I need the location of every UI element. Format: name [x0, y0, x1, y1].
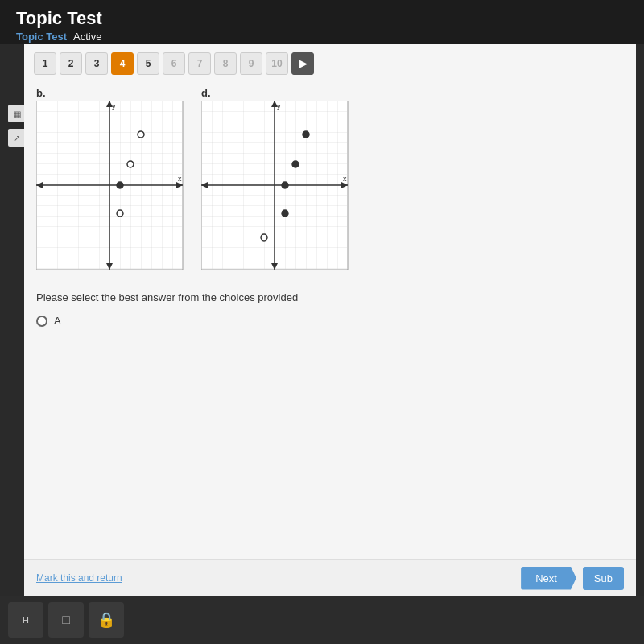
graph-d-wrapper: d. [201, 87, 350, 274]
graphs-container: b. [24, 83, 636, 282]
q-btn-6[interactable]: 6 [163, 52, 185, 75]
bottom-bar: Mark this and return Next Sub [24, 559, 636, 596]
submit-button[interactable]: Sub [583, 567, 624, 590]
graph-b-label: b. [36, 87, 46, 99]
q-btn-2[interactable]: 2 [60, 52, 82, 75]
q-btn-7[interactable]: 7 [188, 52, 211, 75]
q-next-arrow[interactable]: ▶ [291, 52, 314, 75]
breadcrumb-status: Active [73, 31, 101, 43]
next-button[interactable]: Next [521, 567, 576, 590]
q-btn-10[interactable]: 10 [266, 52, 288, 75]
q-btn-3[interactable]: 3 [85, 52, 108, 75]
svg-text:y: y [112, 102, 116, 110]
question-nav: 1 2 3 4 5 6 7 8 9 10 ▶ [24, 44, 636, 83]
graph-d: x y [201, 101, 350, 274]
answer-a-label: A [54, 315, 61, 327]
instructions-text: Please select the best answer from the c… [24, 282, 636, 310]
svg-point-27 [282, 210, 288, 217]
taskbar-lock[interactable]: 🔒 [89, 602, 124, 638]
q-btn-9[interactable]: 9 [240, 52, 262, 75]
svg-point-13 [117, 210, 123, 217]
taskbar: H □ 🔒 [0, 596, 644, 644]
screen: Topic Test Topic Test Active ▦ ↗ 1 2 3 4… [0, 0, 644, 644]
q-btn-8[interactable]: 8 [214, 52, 237, 75]
svg-text:y: y [277, 102, 281, 110]
graph-b-wrapper: b. [36, 87, 185, 274]
svg-point-11 [127, 161, 134, 167]
svg-point-24 [303, 131, 309, 138]
page-title: Topic Test [16, 8, 102, 29]
mark-return-link[interactable]: Mark this and return [36, 572, 122, 584]
taskbar-start[interactable]: H [8, 602, 43, 638]
calculator-icon[interactable]: ▦ [8, 105, 26, 122]
radio-a[interactable] [36, 316, 47, 327]
svg-point-25 [292, 161, 299, 167]
taskbar-file[interactable]: □ [48, 602, 84, 638]
breadcrumb-topic-link[interactable]: Topic Test [16, 31, 67, 43]
content-area: 1 2 3 4 5 6 7 8 9 10 ▶ b. [24, 44, 636, 596]
svg-text:x: x [178, 175, 182, 183]
svg-point-26 [282, 182, 288, 188]
svg-point-12 [117, 182, 123, 188]
graph-b: x y [36, 101, 185, 274]
graph-d-label: d. [201, 87, 211, 99]
q-btn-5[interactable]: 5 [137, 52, 159, 75]
breadcrumb: Topic Test Active [16, 31, 101, 43]
svg-point-10 [138, 131, 144, 138]
svg-text:x: x [343, 175, 347, 183]
svg-point-28 [261, 234, 267, 241]
action-buttons: Next Sub [521, 567, 624, 590]
eraser-icon[interactable]: ↗ [8, 129, 26, 147]
q-btn-1[interactable]: 1 [34, 52, 56, 75]
answer-choice-a[interactable]: A [24, 310, 636, 332]
q-btn-4[interactable]: 4 [111, 52, 134, 75]
